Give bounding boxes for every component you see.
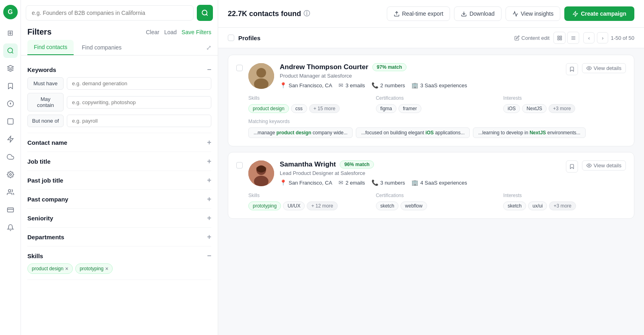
interests-title-andrew: Interests [503,95,626,101]
skill-tag-product-design[interactable]: product design × [27,263,73,274]
remove-skill-prototyping[interactable]: × [105,265,108,272]
svg-point-5 [10,103,11,104]
save-filters-button[interactable]: Save Filters [182,29,211,35]
view-details-andrew-button[interactable]: View details [582,63,626,73]
skills-label: Skills [27,253,43,259]
numbers-samantha: 📞 3 numbers [372,179,405,186]
prev-page-button[interactable]: ‹ [583,32,594,43]
cloud-icon[interactable] [3,150,18,164]
next-page-button[interactable]: › [597,32,608,43]
contact-name-header[interactable]: Contact name + [27,139,211,146]
map-icon[interactable] [3,97,18,111]
layers-icon[interactable] [3,61,18,76]
keywords-section: Keywords − Must have May contain But non… [27,60,211,133]
sidebar: G ⊞ [0,0,21,335]
skills-toggle-icon: − [207,252,211,259]
interest-more-s: +3 more [549,201,576,210]
past-company-label: Past company [27,196,68,203]
bell-icon[interactable] [3,220,18,235]
past-company-section: Past company + [27,190,211,209]
view-details-samantha-button[interactable]: View details [582,160,626,171]
filters-actions: Clear Load Save Filters [146,29,211,35]
view-insights-button[interactable]: View insights [506,6,560,21]
bookmark-icon[interactable] [3,79,18,93]
bookmark-andrew-button[interactable] [566,63,578,75]
job-title-toggle-icon: + [207,158,211,165]
keywords-header[interactable]: Keywords − [27,66,211,73]
interests-title-samantha: Interests [503,193,626,198]
select-all-checkbox[interactable] [228,35,234,41]
name-row-samantha: Samantha Wright 96% match [280,160,560,169]
lightning-icon[interactable] [3,132,18,146]
must-have-input[interactable] [67,77,211,90]
select-andrew-checkbox[interactable] [236,65,243,71]
past-company-header[interactable]: Past company + [27,195,211,203]
profiles-label: Profiles [238,35,260,41]
svg-rect-10 [7,208,13,212]
location-icon-s: 📍 [280,179,287,186]
skill-tag-label: product design [32,266,64,271]
interest-tag-s-0: sketch [503,201,526,210]
info-icon[interactable]: ⓘ [303,10,310,18]
snippet-0: ...manage product design company wide... [248,127,353,138]
card-icon[interactable] [3,203,18,217]
view-insights-label: View insights [521,10,553,17]
view-details-label: View details [594,65,621,71]
svg-point-8 [9,174,11,176]
search-icon[interactable] [3,43,18,58]
results-count: 22.7K contacts found ⓘ [228,10,310,18]
tab-find-contacts[interactable]: Find contacts [27,40,74,55]
realtime-export-button[interactable]: Real-time export [387,6,450,21]
expand-icon[interactable]: ⤢ [206,44,211,51]
load-button[interactable]: Load [164,29,177,35]
remove-skill-product-design[interactable]: × [65,265,68,272]
bookmark-samantha-button[interactable] [566,160,578,173]
svg-line-13 [206,14,207,15]
may-contain-input[interactable] [67,96,211,109]
saas-text-s: 4 SaaS experiences [420,180,467,186]
download-button[interactable]: Download [454,6,501,21]
saas-text: 3 SaaS experiences [420,82,467,88]
clear-button[interactable]: Clear [146,29,159,35]
contact-name-toggle-icon: + [207,139,211,146]
skill-more: + 15 more [309,104,340,113]
but-none-input[interactable] [67,115,211,127]
location-icon: 📍 [280,82,287,88]
edit-icon [514,35,520,41]
select-samantha-checkbox[interactable] [236,162,243,169]
content-edit-button[interactable]: Content edit [514,35,549,41]
search-button[interactable] [197,5,213,21]
past-job-title-header[interactable]: Past job title + [27,177,211,184]
grid-view-button[interactable] [553,32,566,44]
skills-tags: product design × prototyping × [27,263,211,274]
seniority-section: Seniority + [27,209,211,228]
list-view-button[interactable] [567,32,579,44]
departments-header[interactable]: Departments + [27,233,211,240]
card-top-samantha: Samantha Wright 96% match Lead Product D… [236,160,626,186]
snippet-1: ...focused on building elegant iOS appli… [356,127,470,138]
job-title-header[interactable]: Job title + [27,158,211,165]
tabs-row: Find contacts Find companies ⤢ [21,40,218,55]
cert-tag-1: framer [398,104,421,113]
skill-tag-prototyping[interactable]: prototyping × [75,263,113,274]
match-badge-samantha: 96% match [340,160,374,169]
departments-label: Departments [27,234,64,240]
avatar-placeholder-samantha [248,160,274,186]
right-panel: 22.7K contacts found ⓘ Real-time export … [218,0,644,335]
search-input[interactable] [26,5,194,21]
users-icon[interactable] [3,185,18,199]
filters-title: Filters [27,27,52,37]
tab-find-companies[interactable]: Find companies [75,40,128,55]
skill-tag-s-1: UI/UX [283,201,305,210]
skills-header[interactable]: Skills − [27,252,211,259]
create-campaign-button[interactable]: Create campaign [564,6,634,21]
past-job-title-toggle-icon: + [207,177,211,184]
but-none-label: But none of [27,115,64,127]
departments-toggle-icon: + [207,233,211,240]
grid-icon[interactable]: ⊞ [3,26,18,40]
box-icon[interactable] [3,114,18,129]
contact-name-section: Contact name + [27,133,211,152]
settings-icon[interactable] [3,167,18,182]
seniority-header[interactable]: Seniority + [27,214,211,222]
interests-tags-andrew: iOS NextJS +3 more [503,104,626,113]
